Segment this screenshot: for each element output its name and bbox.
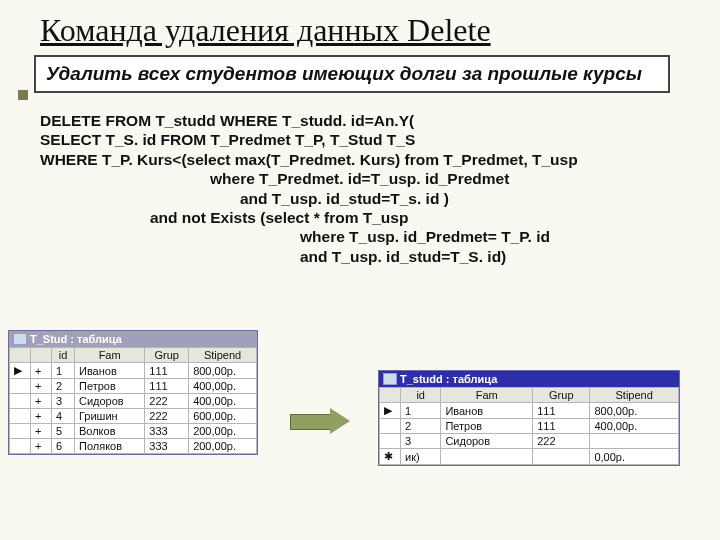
col-header: Fam xyxy=(74,348,144,363)
table-icon xyxy=(383,373,397,385)
table-row[interactable]: + 4 Гришин 222 600,00р. xyxy=(10,409,257,424)
expand-toggle[interactable]: + xyxy=(31,379,52,394)
cell-id[interactable]: ик) xyxy=(401,449,441,465)
cell-id[interactable]: 2 xyxy=(52,379,75,394)
result-table: id Fam Grup Stipend ▶ 1 Иванов 111 800,0… xyxy=(379,387,679,465)
cell-grup[interactable]: 222 xyxy=(145,409,189,424)
arrow-icon xyxy=(290,408,350,434)
window-titlebar: T_Stud : таблица xyxy=(9,331,257,347)
cell-fam[interactable]: Иванов xyxy=(441,403,533,419)
code-line: where T_Predmet. id=T_usp. id_Predmet xyxy=(40,169,680,188)
cell-id[interactable]: 1 xyxy=(52,363,75,379)
subtitle-box: Удалить всех студентов имеющих долги за … xyxy=(34,55,670,93)
cell-grup[interactable]: 111 xyxy=(533,419,590,434)
expand-toggle[interactable]: + xyxy=(31,363,52,379)
row-marker xyxy=(10,409,31,424)
code-line: and not Exists (select * from T_usp xyxy=(40,208,680,227)
cell-grup[interactable]: 111 xyxy=(533,403,590,419)
cell-fam[interactable] xyxy=(441,449,533,465)
window-titlebar: T_studd : таблица xyxy=(379,371,679,387)
source-table-window: T_Stud : таблица id Fam Grup Stipend ▶ +… xyxy=(8,330,258,455)
row-selector-header xyxy=(380,388,401,403)
cell-id[interactable]: 3 xyxy=(401,434,441,449)
cell-fam[interactable]: Иванов xyxy=(74,363,144,379)
code-line: SELECT T_S. id FROM T_Predmet T_P, T_Stu… xyxy=(40,130,680,149)
cell-id[interactable]: 4 xyxy=(52,409,75,424)
cell-stip[interactable] xyxy=(590,434,679,449)
row-marker xyxy=(380,419,401,434)
table-row[interactable]: + 5 Волков 333 200,00р. xyxy=(10,424,257,439)
cell-fam[interactable]: Поляков xyxy=(74,439,144,454)
cell-stip[interactable]: 800,00р. xyxy=(590,403,679,419)
row-selector-header xyxy=(10,348,31,363)
col-header: id xyxy=(52,348,75,363)
table-icon xyxy=(13,333,27,345)
cell-stip[interactable]: 600,00р. xyxy=(189,409,257,424)
code-line: DELETE FROM T_studd WHERE T_studd. id=An… xyxy=(40,111,680,130)
cell-grup[interactable]: 333 xyxy=(145,439,189,454)
cell-fam[interactable]: Петров xyxy=(441,419,533,434)
slide-title: Команда удаления данных Delete xyxy=(40,12,680,49)
cell-id[interactable]: 1 xyxy=(401,403,441,419)
cell-stip[interactable]: 800,00р. xyxy=(189,363,257,379)
col-header: Grup xyxy=(533,388,590,403)
cell-stip[interactable]: 400,00р. xyxy=(189,379,257,394)
code-line: and T_usp. id_stud=T_S. id) xyxy=(40,247,680,266)
cell-grup[interactable]: 222 xyxy=(533,434,590,449)
table-row[interactable]: ▶ + 1 Иванов 111 800,00р. xyxy=(10,363,257,379)
col-header: Fam xyxy=(441,388,533,403)
table-row[interactable]: + 3 Сидоров 222 400,00р. xyxy=(10,394,257,409)
sql-code-block: DELETE FROM T_studd WHERE T_studd. id=An… xyxy=(40,111,680,266)
cell-fam[interactable]: Петров xyxy=(74,379,144,394)
cell-stip[interactable]: 0,00р. xyxy=(590,449,679,465)
cell-id[interactable]: 2 xyxy=(401,419,441,434)
expand-header xyxy=(31,348,52,363)
code-line: where T_usp. id_Predmet= T_P. id xyxy=(40,227,680,246)
cell-stip[interactable]: 400,00р. xyxy=(189,394,257,409)
cell-grup[interactable]: 222 xyxy=(145,394,189,409)
code-line: WHERE T_P. Kurs<(select max(T_Predmet. K… xyxy=(40,150,680,169)
subtitle-text: Удалить всех студентов имеющих долги за … xyxy=(46,63,642,84)
row-marker: ▶ xyxy=(380,403,401,419)
row-marker xyxy=(380,434,401,449)
table-row[interactable]: + 2 Петров 111 400,00р. xyxy=(10,379,257,394)
cell-stip[interactable]: 200,00р. xyxy=(189,439,257,454)
cell-fam[interactable]: Гришин xyxy=(74,409,144,424)
row-marker xyxy=(10,439,31,454)
table-row[interactable]: + 6 Поляков 333 200,00р. xyxy=(10,439,257,454)
expand-toggle[interactable]: + xyxy=(31,394,52,409)
window-title-text: T_Stud : таблица xyxy=(30,333,122,345)
cell-grup[interactable] xyxy=(533,449,590,465)
cell-id[interactable]: 6 xyxy=(52,439,75,454)
table-row[interactable]: ▶ 1 Иванов 111 800,00р. xyxy=(380,403,679,419)
code-line: and T_usp. id_stud=T_s. id ) xyxy=(40,189,680,208)
cell-grup[interactable]: 111 xyxy=(145,379,189,394)
row-marker xyxy=(10,379,31,394)
cell-grup[interactable]: 111 xyxy=(145,363,189,379)
table-row[interactable]: 3 Сидоров 222 xyxy=(380,434,679,449)
expand-toggle[interactable]: + xyxy=(31,439,52,454)
cell-id[interactable]: 3 xyxy=(52,394,75,409)
cell-grup[interactable]: 333 xyxy=(145,424,189,439)
cell-fam[interactable]: Волков xyxy=(74,424,144,439)
table-row-new[interactable]: ✱ ик) 0,00р. xyxy=(380,449,679,465)
cell-fam[interactable]: Сидоров xyxy=(441,434,533,449)
col-header: Grup xyxy=(145,348,189,363)
row-marker xyxy=(10,424,31,439)
row-marker xyxy=(10,394,31,409)
window-title-text: T_studd : таблица xyxy=(400,373,497,385)
source-table: id Fam Grup Stipend ▶ + 1 Иванов 111 800… xyxy=(9,347,257,454)
col-header: id xyxy=(401,388,441,403)
cell-fam[interactable]: Сидоров xyxy=(74,394,144,409)
col-header: Stipend xyxy=(590,388,679,403)
row-marker: ▶ xyxy=(10,363,31,379)
cell-id[interactable]: 5 xyxy=(52,424,75,439)
row-marker: ✱ xyxy=(380,449,401,465)
cell-stip[interactable]: 400,00р. xyxy=(590,419,679,434)
expand-toggle[interactable]: + xyxy=(31,409,52,424)
bullet-icon xyxy=(18,90,28,100)
cell-stip[interactable]: 200,00р. xyxy=(189,424,257,439)
table-row[interactable]: 2 Петров 111 400,00р. xyxy=(380,419,679,434)
expand-toggle[interactable]: + xyxy=(31,424,52,439)
col-header: Stipend xyxy=(189,348,257,363)
